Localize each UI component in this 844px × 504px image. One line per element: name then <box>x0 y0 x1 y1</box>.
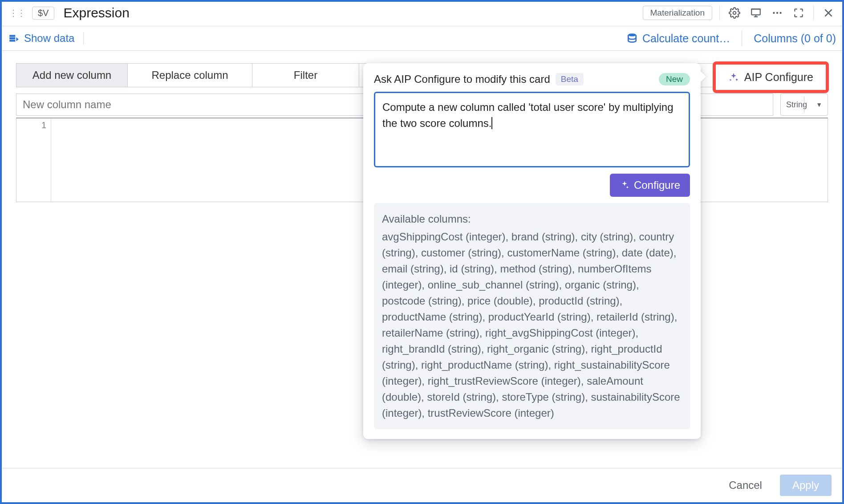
columns-button[interactable]: Columns (0 of 0) <box>754 32 836 45</box>
aip-prompt-text: Compute a new column called 'total user … <box>382 101 673 129</box>
show-data-button[interactable]: Show data <box>8 32 84 45</box>
tab-add-new-column[interactable]: Add new column <box>16 64 128 87</box>
popover-title: Ask AIP Configure to modify this card <box>374 73 550 85</box>
column-type-select[interactable]: String ▼ <box>780 93 828 116</box>
aip-configure-button[interactable]: AIP Configure <box>716 65 826 90</box>
tab-filter[interactable]: Filter <box>252 64 359 87</box>
popover-actions: Configure <box>374 174 690 197</box>
top-header: ⋮⋮ $V Expression Materialization <box>2 2 842 26</box>
card-title: Expression <box>63 5 129 20</box>
materialization-button[interactable]: Materialization <box>643 6 713 20</box>
aip-prompt-input[interactable]: Compute a new column called 'total user … <box>374 92 690 167</box>
new-badge: New <box>659 73 690 85</box>
chevron-down-icon: ▼ <box>816 101 822 108</box>
column-type-label: String <box>786 100 807 110</box>
popover-header: Ask AIP Configure to modify this card Be… <box>374 73 690 85</box>
svg-point-4 <box>779 12 781 14</box>
expression-card: ⋮⋮ $V Expression Materialization Show da… <box>0 0 844 504</box>
separator <box>813 6 814 20</box>
main-area: Add new column Replace column Filter Str… <box>2 51 842 468</box>
footer: Cancel Apply <box>2 468 842 502</box>
configure-button[interactable]: Configure <box>610 174 690 197</box>
close-icon[interactable] <box>821 5 836 20</box>
more-icon[interactable] <box>770 5 785 20</box>
aip-configure-label: AIP Configure <box>744 71 813 84</box>
aip-popover: Ask AIP Configure to modify this card Be… <box>363 63 701 439</box>
svg-rect-1 <box>751 9 760 15</box>
available-columns-label: Available columns: <box>382 211 682 227</box>
var-chip[interactable]: $V <box>32 7 54 20</box>
expand-icon[interactable] <box>791 5 806 20</box>
beta-badge: Beta <box>556 73 584 85</box>
line-number: 1 <box>16 118 51 202</box>
calculate-counts-button[interactable]: Calculate count… <box>626 32 730 45</box>
columns-label: Columns (0 of 0) <box>754 32 836 45</box>
sub-header: Show data Calculate count… Columns (0 of… <box>2 26 842 51</box>
drag-handle-icon[interactable]: ⋮⋮ <box>8 7 26 19</box>
tab-replace-column[interactable]: Replace column <box>128 64 252 87</box>
separator <box>742 31 742 46</box>
sparkle-icon <box>728 72 739 83</box>
available-columns-list: avgShippingCost (integer), brand (string… <box>382 229 682 421</box>
svg-point-3 <box>776 12 778 14</box>
svg-point-0 <box>733 12 736 15</box>
configure-label: Configure <box>634 179 680 191</box>
gear-icon[interactable] <box>727 5 742 20</box>
presentation-icon[interactable] <box>748 5 763 20</box>
apply-button[interactable]: Apply <box>780 475 832 496</box>
text-cursor: ​ <box>491 117 492 129</box>
show-data-label: Show data <box>24 32 74 45</box>
svg-point-2 <box>773 12 775 14</box>
svg-point-5 <box>628 33 636 37</box>
available-columns-box: Available columns: avgShippingCost (inte… <box>374 203 690 429</box>
sparkle-icon <box>620 180 629 190</box>
separator <box>719 6 720 20</box>
aip-configure-highlight: AIP Configure <box>713 61 829 93</box>
cancel-button[interactable]: Cancel <box>719 475 772 496</box>
calculate-counts-label: Calculate count… <box>642 32 730 45</box>
